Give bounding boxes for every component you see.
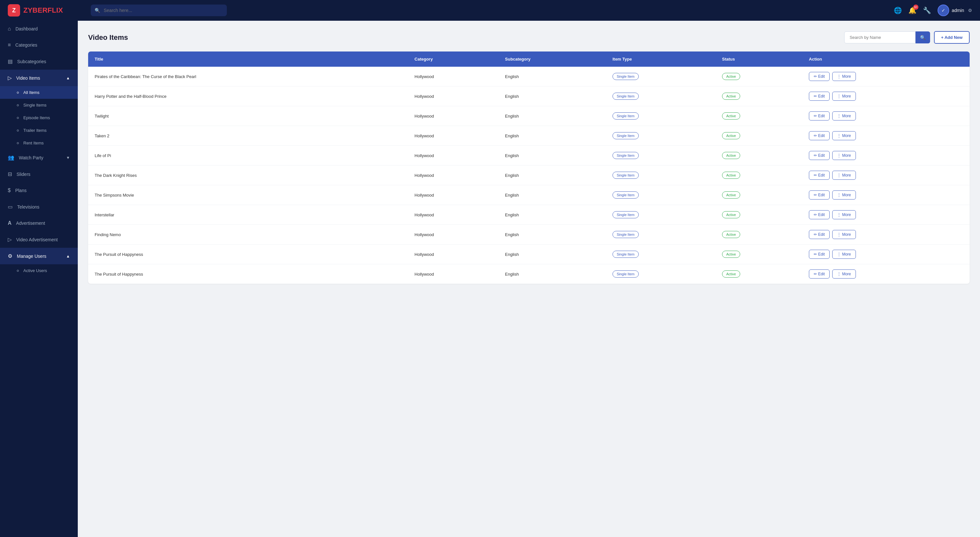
categories-icon: ≡	[8, 42, 11, 48]
cell-item-type: Single Item	[606, 185, 716, 205]
watch-party-icon: 👥	[8, 154, 14, 160]
cell-subcategory: English	[498, 205, 606, 225]
sidebar-subitem-active-users[interactable]: Active Users	[0, 264, 78, 277]
more-button[interactable]: ⋮ More	[832, 92, 856, 101]
sidebar-item-dashboard[interactable]: ⌂ Dashboard	[0, 21, 78, 37]
cell-item-type: Single Item	[606, 165, 716, 185]
sidebar-subitem-all-items[interactable]: All Items	[0, 86, 78, 99]
cell-category: Hollywood	[408, 185, 498, 205]
sidebar-item-label: Subcategories	[17, 59, 46, 64]
cell-action: ✏ Edit ⋮ More	[802, 225, 970, 245]
sidebar-item-manage-users[interactable]: ⚙ Manage Users ▲	[0, 248, 78, 264]
cell-status: Active	[716, 264, 802, 284]
more-button[interactable]: ⋮ More	[832, 270, 856, 278]
manage-users-icon: ⚙	[8, 253, 12, 259]
sidebar-subitem-label: Rent Items	[23, 141, 44, 145]
cell-category: Hollywood	[408, 165, 498, 185]
edit-button[interactable]: ✏ Edit	[809, 111, 830, 121]
wrench-icon[interactable]: 🔧	[923, 6, 931, 14]
cell-title: Harry Potter and the Half-Blood Prince	[88, 86, 408, 106]
col-category: Category	[408, 51, 498, 67]
cell-status: Active	[716, 245, 802, 264]
cell-subcategory: English	[498, 106, 606, 126]
table-row: The Dark Knight Rises Hollywood English …	[88, 165, 970, 185]
dot-icon	[17, 142, 19, 144]
search-name-button[interactable]: 🔍	[915, 32, 930, 43]
user-area[interactable]: ✓ admin ⚙	[937, 5, 972, 16]
more-button[interactable]: ⋮ More	[832, 171, 856, 180]
item-type-badge: Single Item	[612, 113, 639, 119]
header-search-input[interactable]	[91, 5, 227, 16]
sidebar-item-video-items[interactable]: ▷ Video Items ▲	[0, 70, 78, 86]
sidebar-item-label: Categories	[15, 43, 37, 48]
more-button[interactable]: ⋮ More	[832, 111, 856, 121]
more-button[interactable]: ⋮ More	[832, 72, 856, 81]
top-header: Z ZYBERFLIX 🔍 🌐 🔔 9+ 🔧 ✓ admin ⚙	[0, 0, 980, 21]
cell-title: The Pursuit of Happyness	[88, 245, 408, 264]
sidebar-item-categories[interactable]: ≡ Categories	[0, 37, 78, 53]
cell-title: Pirates of the Caribbean: The Curse of t…	[88, 67, 408, 86]
add-new-button[interactable]: + Add New	[934, 31, 970, 44]
item-type-badge: Single Item	[612, 251, 639, 258]
cell-item-type: Single Item	[606, 67, 716, 86]
sidebar-subitem-rent-items[interactable]: Rent Items	[0, 137, 78, 149]
item-type-badge: Single Item	[612, 132, 639, 139]
status-badge: Active	[722, 132, 740, 139]
edit-button[interactable]: ✏ Edit	[809, 171, 830, 180]
more-button[interactable]: ⋮ More	[832, 210, 856, 219]
sidebar-item-advertisement[interactable]: A Advertisement	[0, 215, 78, 231]
sidebar-item-subcategories[interactable]: ▤ Subcategories	[0, 53, 78, 70]
more-button[interactable]: ⋮ More	[832, 131, 856, 140]
table-row: The Pursuit of Happyness Hollywood Engli…	[88, 264, 970, 284]
edit-button[interactable]: ✏ Edit	[809, 131, 830, 140]
tv-icon: ▭	[8, 204, 13, 210]
sidebar-subitem-episode-items[interactable]: Episode Items	[0, 111, 78, 124]
sidebar-item-televisions[interactable]: ▭ Televisions	[0, 199, 78, 215]
cell-title: Finding Nemo	[88, 225, 408, 245]
more-button[interactable]: ⋮ More	[832, 230, 856, 239]
cell-item-type: Single Item	[606, 86, 716, 106]
search-name-input[interactable]	[844, 32, 915, 43]
notification-icon[interactable]: 🔔 9+	[908, 6, 916, 14]
edit-button[interactable]: ✏ Edit	[809, 191, 830, 200]
cell-status: Active	[716, 67, 802, 86]
cell-status: Active	[716, 165, 802, 185]
more-button[interactable]: ⋮ More	[832, 191, 856, 200]
cell-subcategory: English	[498, 146, 606, 165]
cell-subcategory: English	[498, 225, 606, 245]
edit-button[interactable]: ✏ Edit	[809, 72, 830, 81]
cell-item-type: Single Item	[606, 205, 716, 225]
globe-icon[interactable]: 🌐	[894, 6, 902, 14]
edit-button[interactable]: ✏ Edit	[809, 151, 830, 160]
edit-button[interactable]: ✏ Edit	[809, 230, 830, 239]
item-type-badge: Single Item	[612, 93, 639, 100]
cell-title: Taken 2	[88, 126, 408, 146]
cell-subcategory: English	[498, 165, 606, 185]
cell-subcategory: English	[498, 245, 606, 264]
status-badge: Active	[722, 270, 740, 278]
edit-button[interactable]: ✏ Edit	[809, 250, 830, 259]
sidebar-item-sliders[interactable]: ⊟ Sliders	[0, 166, 78, 182]
sidebar-item-plans[interactable]: $ Plans	[0, 182, 78, 199]
sidebar-subitem-single-items[interactable]: Single Items	[0, 99, 78, 111]
edit-button[interactable]: ✏ Edit	[809, 92, 830, 101]
logo-area: Z ZYBERFLIX	[8, 4, 86, 16]
edit-button[interactable]: ✏ Edit	[809, 210, 830, 219]
cell-action: ✏ Edit ⋮ More	[802, 165, 970, 185]
cell-title: Twilight	[88, 106, 408, 126]
more-button[interactable]: ⋮ More	[832, 250, 856, 259]
chevron-up-icon: ▲	[66, 76, 70, 80]
cell-subcategory: English	[498, 264, 606, 284]
cell-item-type: Single Item	[606, 106, 716, 126]
item-type-badge: Single Item	[612, 152, 639, 159]
sidebar-item-video-advertisement[interactable]: ▷ Video Advertisement	[0, 231, 78, 248]
sidebar-subitem-trailer-items[interactable]: Trailer Items	[0, 124, 78, 137]
page-actions: 🔍 + Add New	[844, 31, 970, 44]
video-icon: ▷	[8, 75, 12, 81]
cell-item-type: Single Item	[606, 225, 716, 245]
edit-button[interactable]: ✏ Edit	[809, 270, 830, 278]
video-ad-icon: ▷	[8, 237, 12, 243]
more-button[interactable]: ⋮ More	[832, 151, 856, 160]
notification-badge: 9+	[913, 5, 918, 10]
sidebar-item-watch-party[interactable]: 👥 Watch Party ▼	[0, 149, 78, 166]
